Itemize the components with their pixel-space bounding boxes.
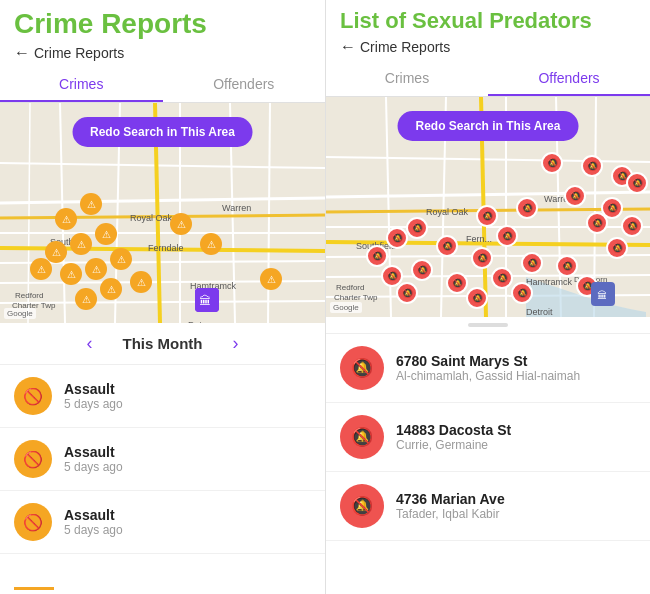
svg-text:Royal Oak: Royal Oak — [426, 207, 469, 217]
off-pin-14 — [436, 235, 458, 257]
special-icon-right: 🏛 — [591, 282, 615, 306]
breadcrumb-label-left: Crime Reports — [34, 45, 124, 61]
crime-info-3: Assault 5 days ago — [64, 507, 123, 537]
svg-text:🏛: 🏛 — [199, 294, 211, 308]
off-pin-2 — [581, 155, 603, 177]
google-label-left: Google — [4, 308, 36, 319]
crime-title-1: Assault — [64, 381, 123, 397]
crime-icon-1: 🚫 — [14, 377, 52, 415]
offender-address-1: 6780 Saint Marys St — [396, 353, 580, 369]
off-pin-6 — [516, 197, 538, 219]
off-pin-26 — [511, 282, 533, 304]
tab-crimes-left[interactable]: Crimes — [0, 68, 163, 102]
right-tabs: Crimes Offenders — [326, 62, 650, 97]
redo-search-button-right[interactable]: Redo Search in This Area — [398, 111, 579, 141]
off-pin-13 — [386, 227, 408, 249]
off-pin-16 — [366, 245, 388, 267]
crime-pin-3 — [95, 223, 117, 245]
crime-pin-5 — [45, 241, 67, 263]
crime-item-1[interactable]: 🚫 Assault 5 days ago — [0, 365, 325, 428]
back-arrow-left[interactable]: ← — [14, 44, 30, 62]
off-pin-9 — [586, 212, 608, 234]
crime-icon-3: 🚫 — [14, 503, 52, 541]
crime-item-3[interactable]: 🚫 Assault 5 days ago — [0, 491, 325, 554]
crime-pin-7 — [85, 258, 107, 280]
off-pin-15 — [606, 237, 628, 259]
scroll-indicator — [326, 317, 650, 334]
next-month-button[interactable]: › — [232, 333, 238, 354]
crime-pin-13 — [170, 213, 192, 235]
off-pin-18 — [521, 252, 543, 274]
svg-text:Detro...: Detro... — [188, 320, 218, 323]
off-pin-1 — [541, 152, 563, 174]
crime-time-1: 5 days ago — [64, 397, 123, 411]
crime-pin-2 — [55, 208, 77, 230]
left-map: Royal Oak Southfield Ferndale Warren Ham… — [0, 103, 325, 323]
crime-pin-8 — [60, 263, 82, 285]
right-breadcrumb: ← Crime Reports — [326, 36, 650, 62]
crime-info-2: Assault 5 days ago — [64, 444, 123, 474]
crime-pin-11 — [30, 258, 52, 280]
svg-text:Charter Twp: Charter Twp — [334, 293, 378, 302]
svg-text:Redford: Redford — [336, 283, 364, 292]
month-label: This Month — [123, 335, 203, 352]
crime-icon-2: 🚫 — [14, 440, 52, 478]
off-pin-10 — [621, 215, 643, 237]
crime-pin-6 — [110, 248, 132, 270]
svg-text:Ferndale: Ferndale — [148, 243, 184, 253]
off-pin-19 — [556, 255, 578, 277]
offender-icon-1: 🔕 — [340, 346, 384, 390]
off-pin-12 — [496, 225, 518, 247]
svg-text:Warren: Warren — [222, 203, 251, 213]
month-navigation: ‹ This Month › — [0, 323, 325, 365]
redo-search-button-left[interactable]: Redo Search in This Area — [72, 117, 253, 147]
google-label-right: Google — [330, 302, 362, 313]
off-pin-23 — [446, 272, 468, 294]
crime-list: 🚫 Assault 5 days ago 🚫 Assault 5 days ag… — [0, 365, 325, 583]
off-pin-25 — [396, 282, 418, 304]
left-breadcrumb: ← Crime Reports — [0, 42, 325, 68]
left-tabs: Crimes Offenders — [0, 68, 325, 103]
offender-names-2: Currie, Germaine — [396, 438, 511, 452]
right-title: List of Sexual Predators — [326, 0, 650, 36]
crime-time-2: 5 days ago — [64, 460, 123, 474]
tab-offenders-right[interactable]: Offenders — [488, 62, 650, 96]
scroll-bar — [468, 323, 508, 327]
crime-info-1: Assault 5 days ago — [64, 381, 123, 411]
offender-icon-3: 🔕 — [340, 484, 384, 528]
crime-item-2[interactable]: 🚫 Assault 5 days ago — [0, 428, 325, 491]
crime-time-3: 5 days ago — [64, 523, 123, 537]
off-pin-20 — [411, 259, 433, 281]
crime-pin-14 — [200, 233, 222, 255]
off-pin-22 — [491, 267, 513, 289]
offender-list: 🔕 6780 Saint Marys St Al-chimamlah, Gass… — [326, 334, 650, 594]
offender-address-3: 4736 Marian Ave — [396, 491, 505, 507]
right-map: Royal Oak Southfield Fern... Warren Hamt… — [326, 97, 650, 317]
tab-crimes-right[interactable]: Crimes — [326, 62, 488, 96]
crime-pin-1 — [80, 193, 102, 215]
bottom-divider-left — [14, 587, 54, 590]
offender-item-3[interactable]: 🔕 4736 Marian Ave Tafader, Iqbal Kabir — [326, 472, 650, 541]
offender-info-2: 14883 Dacosta St Currie, Germaine — [396, 422, 511, 452]
svg-text:Detroit: Detroit — [526, 307, 553, 317]
svg-text:Hamtramck: Hamtramck — [526, 277, 573, 287]
back-arrow-right[interactable]: ← — [340, 38, 356, 56]
offender-names-3: Tafader, Iqbal Kabir — [396, 507, 505, 521]
left-panel: Crime Reports ← Crime Reports Crimes Off… — [0, 0, 325, 594]
left-title: Crime Reports — [0, 0, 325, 42]
svg-text:Redford: Redford — [15, 291, 43, 300]
off-pin-17 — [471, 247, 493, 269]
tab-offenders-left[interactable]: Offenders — [163, 68, 326, 102]
crime-pin-4 — [70, 233, 92, 255]
off-pin-27 — [466, 287, 488, 309]
crime-title-3: Assault — [64, 507, 123, 523]
crime-pin-15 — [260, 268, 282, 290]
crime-pin-10 — [100, 278, 122, 300]
svg-text:🏛: 🏛 — [597, 290, 607, 301]
off-pin-4 — [626, 172, 648, 194]
offender-item-2[interactable]: 🔕 14883 Dacosta St Currie, Germaine — [326, 403, 650, 472]
prev-month-button[interactable]: ‹ — [87, 333, 93, 354]
off-pin-5 — [564, 185, 586, 207]
offender-item-1[interactable]: 🔕 6780 Saint Marys St Al-chimamlah, Gass… — [326, 334, 650, 403]
offender-address-2: 14883 Dacosta St — [396, 422, 511, 438]
